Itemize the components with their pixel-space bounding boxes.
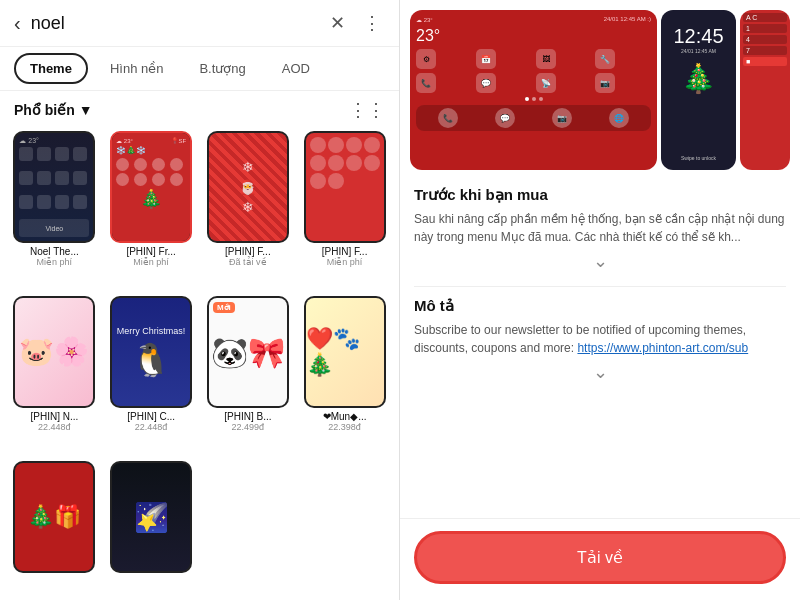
chevron-down-icon: ⌄ xyxy=(593,250,608,272)
theme-price: Miễn phí xyxy=(37,257,73,267)
theme-price: 22.448đ xyxy=(38,422,71,432)
before-buy-title: Trước khi bạn mua xyxy=(414,186,786,204)
preview-phone-partial: A C 1 4 7 ■ xyxy=(740,10,790,170)
christmas-tree: 🎄 xyxy=(681,62,716,95)
description-title: Mô tả xyxy=(414,297,786,315)
theme-card-mun[interactable]: ❤️🐾🎄 ❤Mun◆... 22.398đ xyxy=(300,296,389,453)
grid-view-icon[interactable]: ⋮⋮ xyxy=(349,99,385,121)
theme-name: [PHIN] Fr... xyxy=(110,246,192,257)
preview-phone-lock: 12:45 24/01 12:45 AM 🎄 Swipe to unlock xyxy=(661,10,736,170)
filter-label[interactable]: Phổ biến ▼ xyxy=(14,102,93,118)
theme-price: 22.499đ xyxy=(232,422,265,432)
theme-price: 22.448đ xyxy=(135,422,168,432)
before-buy-text: Sau khi nâng cấp phần mềm hệ thống, bạn … xyxy=(414,210,786,246)
detail-content: Trước khi bạn mua Sau khi nâng cấp phần … xyxy=(400,176,800,518)
theme-card-phin-n[interactable]: 🐷🌸 [PHIN] N... 22.448đ xyxy=(10,296,99,453)
theme-card-phin-c[interactable]: Merry Christmas! 🐧 [PHIN] C... 22.448đ xyxy=(107,296,196,453)
tab-hinh-nen[interactable]: Hình nền xyxy=(96,55,178,82)
chevron-down-icon-2: ⌄ xyxy=(593,361,608,383)
tabs-bar: Theme Hình nền B.tượng AOD xyxy=(0,47,399,91)
description-expand[interactable]: ⌄ xyxy=(414,357,786,387)
more-icon[interactable]: ⋮ xyxy=(359,10,385,36)
search-bar: ‹ noel ✕ ⋮ xyxy=(0,0,399,47)
dropdown-arrow-icon: ▼ xyxy=(79,102,93,118)
page-indicators xyxy=(416,97,651,101)
theme-card-noel[interactable]: ☁ 23° Video Noel The... Miễn phí xyxy=(10,131,99,288)
search-title: noel xyxy=(31,13,316,34)
theme-name: ❤Mun◆... xyxy=(304,411,386,422)
theme-price: Miễn phí xyxy=(133,257,169,267)
theme-card-misc1[interactable]: 🎄🎁 xyxy=(10,461,99,594)
theme-name: [PHIN] N... xyxy=(13,411,95,422)
theme-card-phin-f[interactable]: ❄ 🎅 ❄ [PHIN] F... Đã tải về xyxy=(204,131,293,288)
theme-price: Miễn phí xyxy=(327,257,363,267)
tab-btuong[interactable]: B.tượng xyxy=(185,55,259,82)
preview-phone-home: ☁ 23° 24/01 12:45 AM :) 23° ⚙📅🖼🔧 📞💬📡📷 xyxy=(410,10,657,170)
tab-theme[interactable]: Theme xyxy=(14,53,88,84)
download-btn-area: Tải về xyxy=(400,518,800,600)
phone-status-bar: ☁ 23° 24/01 12:45 AM :) xyxy=(416,16,651,23)
theme-price: 22.398đ xyxy=(328,422,361,432)
theme-name: [PHIN] B... xyxy=(207,411,289,422)
theme-grid: ☁ 23° Video Noel The... Miễn phí xyxy=(0,125,399,600)
description-link[interactable]: https://www.phinton-art.com/sub xyxy=(577,341,748,355)
dock-bar: 📞 💬 📷 🌐 xyxy=(416,105,651,131)
theme-card-phin-fr[interactable]: ☁ 23°📍SF ❄️🎄❄️ 🎄 [PHIN] Fr... Miễn phí xyxy=(107,131,196,288)
theme-price: Đã tải về xyxy=(229,257,267,267)
app-icons-grid: ⚙📅🖼🔧 📞💬📡📷 xyxy=(416,49,651,93)
theme-card-phin-f2[interactable]: [PHIN] F... Miễn phí xyxy=(300,131,389,288)
filter-row: Phổ biến ▼ ⋮⋮ xyxy=(0,91,399,125)
description-text: Subscribe to our newsletter to be notifi… xyxy=(414,321,786,357)
back-icon[interactable]: ‹ xyxy=(14,12,21,35)
theme-name: Noel The... xyxy=(13,246,95,257)
divider xyxy=(414,286,786,287)
before-buy-expand[interactable]: ⌄ xyxy=(414,246,786,276)
theme-card-phin-b[interactable]: Mới 🐼🎀 [PHIN] B... 22.499đ xyxy=(204,296,293,453)
theme-card-misc2[interactable]: 🌠 xyxy=(107,461,196,594)
left-panel: ‹ noel ✕ ⋮ Theme Hình nền B.tượng AOD Ph… xyxy=(0,0,400,600)
close-icon[interactable]: ✕ xyxy=(326,10,349,36)
right-panel: ☁ 23° 24/01 12:45 AM :) 23° ⚙📅🖼🔧 📞💬📡📷 xyxy=(400,0,800,600)
download-button[interactable]: Tải về xyxy=(414,531,786,584)
badge-new: Mới xyxy=(213,302,235,313)
preview-area: ☁ 23° 24/01 12:45 AM :) 23° ⚙📅🖼🔧 📞💬📡📷 xyxy=(400,0,800,176)
theme-name: [PHIN] F... xyxy=(304,246,386,257)
theme-name: [PHIN] F... xyxy=(207,246,289,257)
tab-aod[interactable]: AOD xyxy=(268,55,324,82)
theme-name: [PHIN] C... xyxy=(110,411,192,422)
